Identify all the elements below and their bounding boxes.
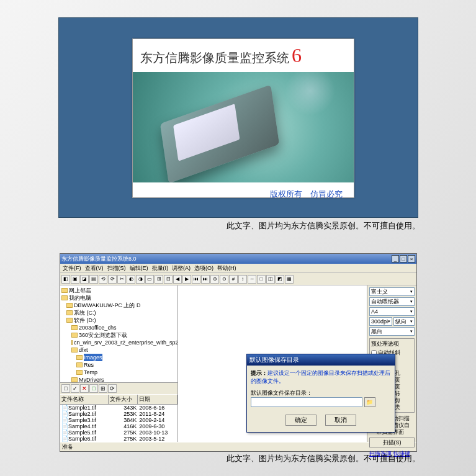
list-tool-icon[interactable]: ⟳ <box>108 384 117 393</box>
close-button[interactable]: × <box>408 255 415 263</box>
dir-path-input[interactable] <box>251 397 362 407</box>
image-viewport[interactable]: 默认图像保存目录 提示：建议设定一个固定的图像目录来保存扫描或处理后的图像文件。… <box>178 285 367 442</box>
list-tool-icon[interactable]: □ <box>89 384 98 393</box>
menu-options[interactable]: 选项(O) <box>194 264 213 272</box>
tree-node[interactable]: Images <box>61 354 176 361</box>
list-item[interactable]: 📄Sample2.tif253K2011-8-24 <box>60 411 177 417</box>
list-toolbar: □ ✓ ✕ □ ⊞ ⟳ <box>60 383 177 394</box>
tool-icon[interactable]: ▶ <box>182 275 191 284</box>
splash-image <box>133 72 354 182</box>
dialog-title[interactable]: 默认图像保存目录 <box>247 354 395 366</box>
menu-edit[interactable]: 编辑(E) <box>130 264 148 272</box>
menu-view[interactable]: 查看(V) <box>85 264 104 272</box>
tool-icon[interactable]: ↕ <box>238 275 247 284</box>
title-text: 东方信腾影像质量监控系统6.0 <box>61 255 137 263</box>
default-dir-dialog: 默认图像保存目录 提示：建议设定一个固定的图像目录来保存扫描或处理后的图像文件。… <box>246 354 395 433</box>
tool-icon[interactable]: ↔ <box>248 275 256 284</box>
splash-window: 东方信腾影像质量监控系统 6 版权所有 仿冒必究 <box>132 38 354 198</box>
tool-icon[interactable]: ◫ <box>266 275 275 284</box>
tree-node[interactable]: 网上邻居 <box>61 287 176 294</box>
tool-icon[interactable]: # <box>229 275 238 284</box>
dpi-select[interactable]: 300dpi▾ <box>369 317 392 326</box>
menu-help[interactable]: 帮助(H) <box>217 264 236 272</box>
menu-adjust[interactable]: 调整(A) <box>172 264 191 272</box>
app-version: 6 <box>292 44 302 67</box>
tool-icon[interactable]: ▤ <box>89 275 98 284</box>
splash-copyright: 版权所有 仿冒必究 <box>133 182 354 206</box>
hand-graphic <box>285 72 335 115</box>
browse-button[interactable]: 📁 <box>364 397 375 407</box>
feeder-select[interactable]: 自动喂纸器▾ <box>369 297 415 306</box>
menu-scan[interactable]: 扫描(S) <box>107 264 126 272</box>
tool-icon[interactable]: ⟳ <box>108 275 117 284</box>
tree-node[interactable]: cn_win_srv_2003_r2_enterprise_with_sp2 <box>61 339 176 346</box>
list-tool-icon[interactable]: ✓ <box>71 384 79 393</box>
col-size[interactable]: 文件大小 <box>109 395 138 404</box>
tool-icon[interactable]: ⟲ <box>99 275 107 284</box>
tool-icon[interactable]: ⏭ <box>201 275 210 284</box>
title-bar[interactable]: 东方信腾影像质量监控系统6.0 _ □ × <box>60 254 416 264</box>
tool-icon[interactable]: ⊟ <box>164 275 173 284</box>
toolbar: ◧▣◪▤⟲⟳✂◐◑▭⊞⊟◀▶⏮⏭⊕⊖#↕↔□◫◩▦ <box>60 273 416 285</box>
menu-bar: 文件(F) 查看(V) 扫描(S) 编辑(E) 批量(I) 调整(A) 选项(O… <box>60 264 416 273</box>
tree-node[interactable]: Temp <box>61 369 176 376</box>
scanner-select[interactable]: 富士义▾ <box>369 287 415 296</box>
tree-node[interactable]: 360安全浏览器下载 <box>61 331 176 339</box>
tree-node[interactable]: 系统 (C:) <box>61 309 176 317</box>
list-tool-icon[interactable]: ⊞ <box>99 384 107 393</box>
list-item[interactable]: 📄Sample4.tif416K2009-6-30 <box>60 423 177 429</box>
color-select[interactable]: 黑白▾ <box>369 327 415 336</box>
folder-tree[interactable]: 网上邻居我的电脑DBWWAKUUW-PC 上的 D系统 (C:)软件 (D:)2… <box>60 285 177 382</box>
tree-node[interactable]: 软件 (D:) <box>61 317 176 324</box>
list-item[interactable]: 📄Sample5.tif275K2003-10-13 <box>60 429 177 436</box>
tree-node[interactable]: 2003office_chs <box>61 324 176 331</box>
tree-node[interactable]: 我的电脑 <box>61 294 176 302</box>
tool-icon[interactable]: ⊕ <box>210 275 219 284</box>
tool-icon[interactable]: ◧ <box>61 275 70 284</box>
tool-icon[interactable]: ◩ <box>276 275 284 284</box>
papersize-select[interactable]: A4▾ <box>369 307 415 316</box>
list-tool-icon[interactable]: □ <box>61 384 70 393</box>
tool-icon[interactable]: ⊞ <box>155 275 163 284</box>
ok-button[interactable]: 确定 <box>285 415 317 426</box>
tool-icon[interactable]: ⊖ <box>220 275 228 284</box>
tool-icon[interactable]: ✂ <box>117 275 126 284</box>
maximize-button[interactable]: □ <box>400 255 407 263</box>
cancel-button[interactable]: 取消 <box>325 415 356 426</box>
tool-icon[interactable]: ◪ <box>80 275 89 284</box>
list-item[interactable]: 📄Sample6.tif275K2003-5-12 <box>60 436 177 442</box>
tree-node[interactable]: DBWWAKUUW-PC 上的 D <box>61 302 176 309</box>
tool-icon[interactable]: ▣ <box>71 275 79 284</box>
list-item[interactable]: 📄Sample1.tif343K2008-6-16 <box>60 405 177 411</box>
app-window: 东方信腾影像质量监控系统6.0 _ □ × 文件(F) 查看(V) 扫描(S) … <box>60 253 417 452</box>
tool-icon[interactable]: ▦ <box>285 275 294 284</box>
scan-button[interactable]: 扫描(S) <box>369 438 415 447</box>
list-tool-icon[interactable]: ✕ <box>80 384 89 393</box>
menu-batch[interactable]: 批量(I) <box>152 264 169 272</box>
tree-node[interactable]: MyDrivers <box>61 376 176 382</box>
minimize-button[interactable]: _ <box>392 255 399 263</box>
col-filename[interactable]: 文件名称 <box>60 395 109 404</box>
status-bar: 准备 <box>60 442 416 451</box>
watermark-top: 此文字、图片均为东方信腾实景原创。不可擅自使用。 <box>227 220 420 231</box>
dialog-hint: 提示：建议设定一个固定的图像目录来保存扫描或处理后的图像文件。 <box>251 369 391 385</box>
tree-node[interactable]: Res <box>61 361 176 369</box>
left-pane: 网上邻居我的电脑DBWWAKUUW-PC 上的 D系统 (C:)软件 (D:)2… <box>60 285 178 442</box>
tool-icon[interactable]: ⏮ <box>192 275 200 284</box>
list-item[interactable]: 📄Sample3.tif384K2009-2-14 <box>60 417 177 423</box>
orient-select[interactable]: 纵向▾ <box>393 317 415 326</box>
tool-icon[interactable]: ▭ <box>145 275 154 284</box>
watermark-bottom: 此文字、图片均为东方信腾实景原创。不可擅自使用。 <box>227 453 420 464</box>
splash-title: 东方信腾影像质量监控系统 6 <box>133 39 354 72</box>
tool-icon[interactable]: □ <box>257 275 266 284</box>
app-name: 东方信腾影像质量监控系统 <box>140 50 289 66</box>
dialog-field-label: 默认图像文件保存目录： <box>251 389 391 397</box>
file-list[interactable]: 📄Sample1.tif343K2008-6-16📄Sample2.tif253… <box>60 405 177 442</box>
tool-icon[interactable]: ◀ <box>173 275 182 284</box>
tool-icon[interactable]: ◐ <box>127 275 135 284</box>
col-date[interactable]: 日期 <box>138 395 177 404</box>
scanner-graphic <box>160 84 279 182</box>
menu-file[interactable]: 文件(F) <box>63 264 81 272</box>
tool-icon[interactable]: ◑ <box>136 275 145 284</box>
tree-node[interactable]: dfxt <box>61 346 176 354</box>
